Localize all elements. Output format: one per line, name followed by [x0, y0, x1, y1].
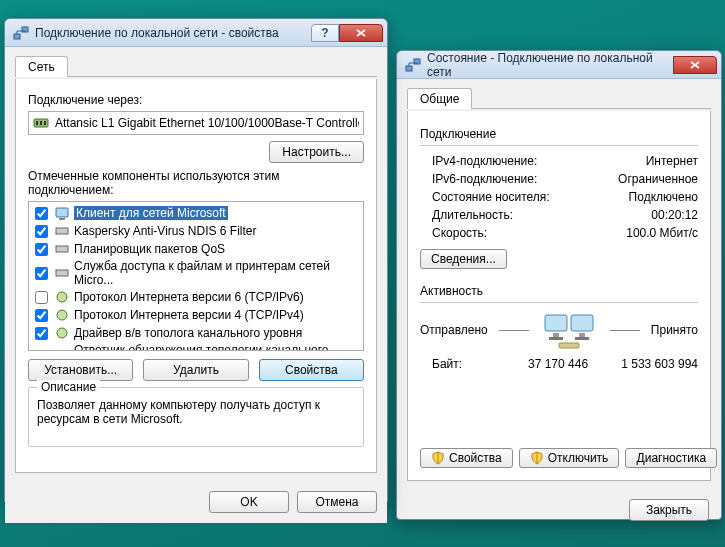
received-label: Принято [651, 323, 698, 337]
status-titlebar: Состояние - Подключение по локальной сет… [397, 51, 721, 79]
description-text: Позволяет данному компьютеру получать до… [37, 398, 355, 438]
speed-value: 100.0 Мбит/с [626, 226, 698, 240]
svg-rect-8 [559, 343, 579, 348]
adapter-icon [33, 115, 49, 131]
status-panel: Подключение IPv4-подключение: Интернет I… [407, 111, 711, 481]
component-label: Протокол Интернета версии 6 (TCP/IPv6) [74, 290, 304, 304]
row-media: Состояние носителя: Подключено [420, 188, 698, 206]
ok-button[interactable]: OK [209, 491, 289, 513]
properties-button[interactable]: Свойства [420, 448, 513, 468]
component-item[interactable]: Протокол Интернета версии 4 (TCP/IPv4) [29, 306, 363, 324]
svg-point-21 [57, 310, 67, 320]
shield-icon [530, 451, 544, 465]
row-ipv4: IPv4-подключение: Интернет [420, 152, 698, 170]
component-checkbox[interactable] [35, 207, 48, 220]
disable-button[interactable]: Отключить [519, 448, 620, 468]
protocol-icon [54, 325, 70, 341]
properties-dialog-buttons: OK Отмена [5, 483, 387, 523]
diagnose-button-label: Диагностика [637, 451, 707, 465]
adapter-name: Attansic L1 Gigabit Ethernet 10/100/1000… [55, 116, 359, 130]
svg-rect-6 [549, 337, 563, 340]
svg-rect-14 [44, 121, 46, 125]
row-ipv6: IPv6-подключение: Ограниченное [420, 170, 698, 188]
bytes-sent-value: 37 170 446 [528, 357, 588, 371]
svg-rect-16 [59, 218, 65, 220]
shield-icon [431, 451, 445, 465]
svg-rect-19 [56, 270, 68, 276]
media-label: Состояние носителя: [432, 190, 550, 204]
uninstall-button[interactable]: Удалить [143, 359, 248, 381]
component-label: Планировщик пакетов QoS [74, 242, 225, 256]
client-icon [54, 205, 70, 221]
service-icon [54, 223, 70, 239]
sent-label: Отправлено [420, 323, 488, 337]
configure-button[interactable]: Настроить... [269, 141, 364, 163]
components-listbox[interactable]: Клиент для сетей Microsoft Kaspersky Ant… [28, 201, 364, 351]
status-close-x[interactable] [673, 56, 717, 74]
divider [420, 302, 698, 303]
status-dialog-buttons: Закрыть [397, 491, 721, 531]
properties-close-x[interactable] [339, 24, 383, 42]
svg-rect-12 [36, 121, 38, 125]
component-checkbox[interactable] [35, 243, 48, 256]
section-activity: Активность [420, 284, 698, 298]
component-item[interactable]: Клиент для сетей Microsoft [29, 204, 363, 222]
activity-graphic: Отправлено Принято [420, 309, 698, 351]
properties-window-controls: ? [311, 24, 383, 42]
service-icon [54, 241, 70, 257]
dash-left [499, 330, 529, 331]
svg-rect-18 [56, 246, 68, 252]
dash-right [610, 330, 640, 331]
disable-button-label: Отключить [548, 451, 609, 465]
component-item[interactable]: Ответчик обнаружения топологии канальног… [29, 342, 363, 351]
media-value: Подключено [629, 190, 698, 204]
tab-general[interactable]: Общие [407, 88, 472, 109]
component-buttons: Установить... Удалить Свойства [28, 359, 364, 381]
svg-point-22 [57, 328, 67, 338]
component-item[interactable]: Драйвер в/в тополога канального уровня [29, 324, 363, 342]
svg-rect-3 [571, 315, 593, 331]
component-checkbox[interactable] [35, 351, 48, 352]
component-label: Драйвер в/в тополога канального уровня [74, 326, 302, 340]
ipv4-value: Интернет [646, 154, 698, 168]
component-item[interactable]: Kaspersky Anti-Virus NDIS 6 Filter [29, 222, 363, 240]
status-tabstrip: Общие [407, 87, 711, 109]
component-item[interactable]: Служба доступа к файлам и принтерам сете… [29, 258, 363, 288]
component-checkbox[interactable] [35, 327, 48, 340]
svg-rect-4 [553, 333, 559, 337]
status-title: Состояние - Подключение по локальной сет… [427, 51, 673, 79]
component-checkbox[interactable] [35, 309, 48, 322]
bytes-recv-value: 1 533 603 994 [621, 357, 698, 371]
duration-label: Длительность: [432, 208, 513, 222]
protocol-icon [54, 307, 70, 323]
details-button[interactable]: Сведения... [420, 249, 507, 269]
duration-value: 00:20:12 [651, 208, 698, 222]
install-button[interactable]: Установить... [28, 359, 133, 381]
close-button[interactable]: Закрыть [629, 499, 709, 521]
network-computers-icon [539, 309, 599, 351]
connect-via-label: Подключение через: [28, 93, 364, 107]
bytes-label: Байт: [432, 357, 462, 371]
component-checkbox[interactable] [35, 291, 48, 304]
tab-network[interactable]: Сеть [15, 56, 68, 77]
component-properties-button[interactable]: Свойства [259, 359, 364, 381]
ipv4-label: IPv4-подключение: [432, 154, 537, 168]
row-duration: Длительность: 00:20:12 [420, 206, 698, 224]
component-checkbox[interactable] [35, 267, 48, 280]
properties-window: Подключение по локальной сети - свойства… [4, 18, 388, 504]
component-checkbox[interactable] [35, 225, 48, 238]
description-group: Описание Позволяет данному компьютеру по… [28, 387, 364, 447]
properties-body: Сеть Подключение через: Attansic L1 Giga… [5, 47, 387, 483]
component-item[interactable]: Протокол Интернета версии 6 (TCP/IPv6) [29, 288, 363, 306]
speed-label: Скорость: [432, 226, 487, 240]
status-action-buttons: Свойства Отключить Диагностика [420, 448, 717, 468]
description-legend: Описание [37, 380, 100, 394]
cancel-button[interactable]: Отмена [297, 491, 377, 513]
component-item[interactable]: Планировщик пакетов QoS [29, 240, 363, 258]
protocol-icon [54, 349, 70, 351]
svg-rect-17 [56, 228, 68, 234]
component-label: Клиент для сетей Microsoft [74, 206, 228, 220]
properties-panel: Подключение через: Attansic L1 Gigabit E… [15, 79, 377, 473]
diagnose-button[interactable]: Диагностика [625, 448, 717, 468]
help-button[interactable]: ? [311, 24, 339, 42]
